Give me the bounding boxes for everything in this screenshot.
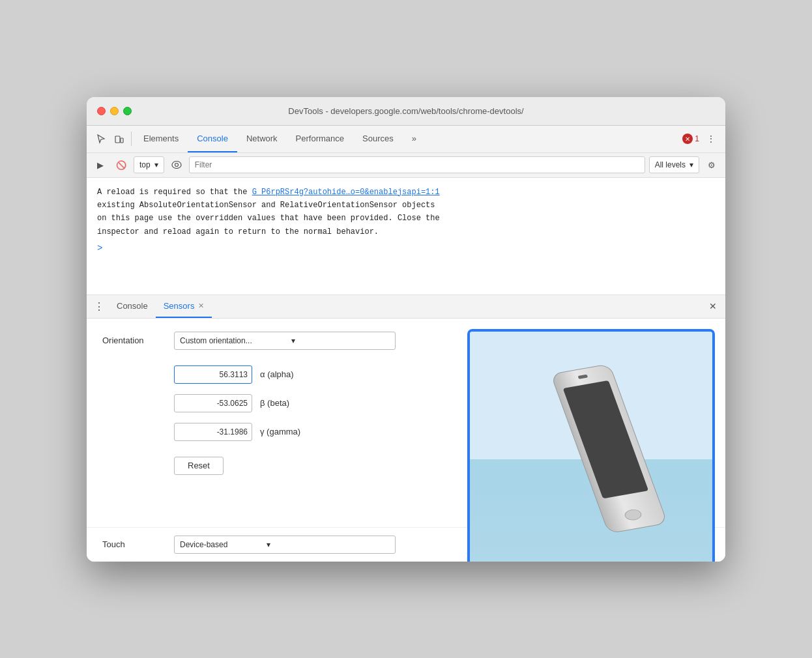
tab-more[interactable]: »	[403, 126, 426, 152]
sensors-tab-close[interactable]: ✕	[198, 302, 204, 310]
touch-value: Device-based	[180, 540, 227, 549]
orientation-label: Orientation	[102, 336, 174, 345]
panel-close-button[interactable]: ✕	[706, 299, 720, 313]
svg-point-2	[172, 162, 181, 169]
beta-label: β (beta)	[260, 398, 289, 408]
filter-input[interactable]	[189, 156, 645, 173]
clear-button[interactable]: 🚫	[113, 156, 130, 173]
close-button[interactable]	[97, 107, 106, 115]
reset-button[interactable]: Reset	[174, 457, 224, 475]
beta-input[interactable]: -53.0625	[174, 394, 252, 412]
window-title: DevTools - developers.google.com/web/too…	[288, 106, 523, 116]
svg-rect-0	[115, 136, 120, 143]
sensors-panel: Orientation Custom orientation... ▾ 56.3…	[87, 319, 725, 527]
levels-value: All levels	[655, 160, 686, 169]
gamma-input[interactable]: -31.1986	[174, 423, 252, 441]
bottom-panel: ⋮ Console Sensors ✕ ✕ Orientation Custom…	[87, 295, 725, 562]
device-toggle-button[interactable]	[110, 130, 128, 148]
phone-svg	[510, 352, 707, 558]
main-tab-list: Elements Console Network Performance Sou…	[134, 126, 682, 152]
console-message-1: A reload is required so that the G_P6rpR…	[97, 186, 715, 239]
svg-point-3	[175, 164, 178, 167]
svg-rect-1	[121, 138, 123, 143]
gamma-label: γ (gamma)	[260, 427, 300, 436]
traffic-lights	[97, 107, 132, 115]
error-count: 1	[695, 134, 699, 143]
console-prompt[interactable]: >	[97, 238, 715, 259]
devtools-window: DevTools - developers.google.com/web/too…	[87, 97, 725, 562]
console-link[interactable]: G_P6rpRSr4g?autohide…o=0&enablejsapi=1:1	[252, 188, 440, 197]
tab-performance[interactable]: Performance	[287, 126, 353, 152]
eye-button[interactable]	[168, 156, 185, 173]
toolbar-right: ✕ 1 ⋮	[682, 130, 720, 148]
alpha-label: α (alpha)	[260, 369, 294, 379]
toolbar-divider-1	[131, 132, 132, 146]
devtools-menu-button[interactable]: ⋮	[702, 130, 720, 148]
chevron-down-icon: ▾	[267, 540, 270, 549]
console-toolbar: ▶ 🚫 top ▾ All levels ▾ ⚙	[87, 153, 725, 178]
alpha-input[interactable]: 56.3113	[174, 365, 252, 384]
select-element-button[interactable]	[92, 130, 110, 148]
bottom-more-button[interactable]: ⋮	[92, 299, 106, 313]
orientation-value: Custom orientation...	[180, 336, 252, 345]
maximize-button[interactable]	[123, 107, 132, 115]
run-button[interactable]: ▶	[92, 156, 109, 173]
minimize-button[interactable]	[110, 107, 119, 115]
tab-sources[interactable]: Sources	[353, 126, 403, 152]
phone-visualization	[467, 329, 715, 562]
bottom-tab-sensors[interactable]: Sensors ✕	[156, 295, 212, 318]
error-badge: ✕ 1	[682, 134, 699, 144]
tab-console[interactable]: Console	[188, 126, 237, 152]
console-output: A reload is required so that the G_P6rpR…	[87, 178, 725, 295]
bottom-tabs: ⋮ Console Sensors ✕ ✕	[87, 295, 725, 319]
title-bar: DevTools - developers.google.com/web/too…	[87, 97, 725, 126]
context-value: top	[139, 160, 151, 169]
tab-elements[interactable]: Elements	[134, 126, 188, 152]
bottom-tab-console[interactable]: Console	[109, 295, 156, 318]
orientation-dropdown[interactable]: Custom orientation... ▾	[174, 332, 396, 350]
touch-dropdown[interactable]: Device-based ▾	[174, 536, 396, 554]
chevron-down-icon: ▾	[689, 160, 693, 169]
chevron-down-icon: ▾	[291, 336, 295, 345]
levels-selector[interactable]: All levels ▾	[649, 156, 699, 173]
error-icon: ✕	[682, 134, 693, 144]
chevron-down-icon: ▾	[154, 160, 158, 169]
context-selector[interactable]: top ▾	[134, 156, 164, 173]
phone-viz-background	[470, 332, 712, 562]
tab-network[interactable]: Network	[237, 126, 287, 152]
console-text-1: A reload is required so that the G_P6rpR…	[97, 186, 440, 239]
settings-button[interactable]: ⚙	[703, 156, 720, 173]
sensors-tab-label: Sensors	[164, 301, 195, 311]
touch-label: Touch	[102, 539, 174, 549]
devtools-toolbar: Elements Console Network Performance Sou…	[87, 126, 725, 153]
